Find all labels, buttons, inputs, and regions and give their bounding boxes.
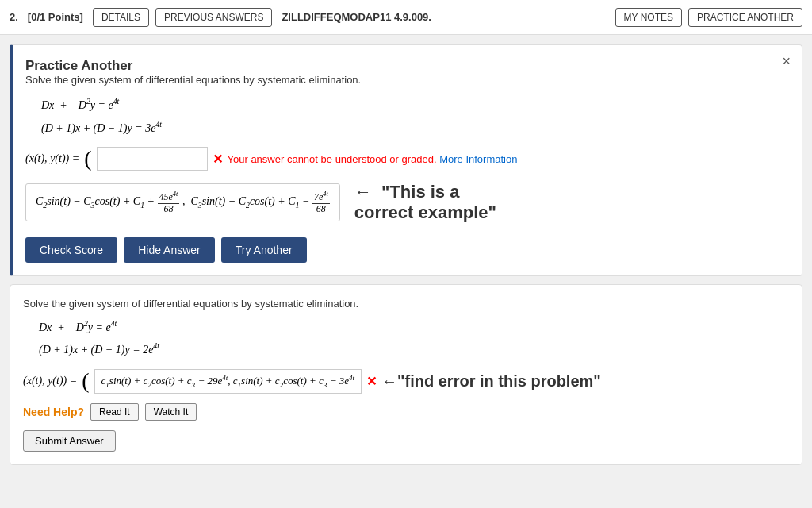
answer-input[interactable] xyxy=(97,147,208,171)
lower-equations: Dx + D2y = e4t (D + 1)x + (D − 1)y = 2e4… xyxy=(39,316,789,361)
correct-example-row: C2sin(t) − C3cos(t) + C1 + 45e4t 68 , C3… xyxy=(25,179,789,225)
panel-title: Practice Another xyxy=(25,58,132,73)
previous-answers-button[interactable]: PREVIOUS ANSWERS xyxy=(155,8,272,27)
fraction2: 7e4t 68 xyxy=(312,190,330,214)
eq1-line1: Dx + D2y = e4t xyxy=(41,94,789,117)
check-score-button[interactable]: Check Score xyxy=(25,237,117,263)
try-another-button[interactable]: Try Another xyxy=(221,237,307,263)
practice-another-button[interactable]: PRACTICE ANOTHER xyxy=(688,8,802,27)
more-info-link[interactable]: More Information xyxy=(439,153,517,165)
lower-answer-row: (x(t), y(t)) = ( c1sin(t) + c2cos(t) + c… xyxy=(23,369,789,394)
error-message: Your answer cannot be understood or grad… xyxy=(228,153,518,165)
hide-answer-button[interactable]: Hide Answer xyxy=(124,237,215,263)
submit-button[interactable]: Submit Answer xyxy=(23,430,116,452)
lower-answer-label: (x(t), y(t)) = xyxy=(23,375,77,387)
lower-answer-value: c1sin(t) + c2cos(t) + c3 − 29e4t, c1sin(… xyxy=(94,369,362,394)
answer-row: (x(t), y(t)) = ( ✕ Your answer cannot be… xyxy=(25,147,789,171)
eq2-line2: (D + 1)x + (D − 1)y = 2e4t xyxy=(39,338,789,361)
lower-open-paren: ( xyxy=(82,370,89,392)
action-buttons: Check Score Hide Answer Try Another xyxy=(25,237,789,263)
practice-panel: Practice Another × Solve the given syste… xyxy=(10,44,802,276)
lower-panel: Solve the given system of differential e… xyxy=(10,284,802,465)
read-it-button[interactable]: Read It xyxy=(90,403,139,421)
need-help-label: Need Help? xyxy=(23,406,84,418)
lower-error-x-icon: ✕ xyxy=(366,374,377,389)
lower-instruction: Solve the given system of differential e… xyxy=(23,298,789,310)
eq2-line1: Dx + D2y = e4t xyxy=(39,316,789,339)
top-bar-right-buttons: MY NOTES PRACTICE ANOTHER xyxy=(615,8,802,27)
eq1-line2: (D + 1)x + (D − 1)y = 3e4t xyxy=(41,117,789,140)
lower-annotation: ←"find error in this problem" xyxy=(381,372,601,391)
correct-annotation: ← "This is acorrect example" xyxy=(354,182,496,223)
top-bar: 2. [0/1 Points] DETAILS PREVIOUS ANSWERS… xyxy=(0,0,812,35)
problem-number: 2. xyxy=(10,11,18,23)
practice-instruction: Solve the given system of differential e… xyxy=(25,74,789,86)
need-help-row: Need Help? Read It Watch It xyxy=(23,403,789,421)
practice-equations: Dx + D2y = e4t (D + 1)x + (D − 1)y = 3e4… xyxy=(41,94,789,139)
error-x-icon: ✕ xyxy=(213,152,223,167)
watch-it-button[interactable]: Watch It xyxy=(145,403,197,421)
correct-example-box: C2sin(t) − C3cos(t) + C1 + 45e4t 68 , C3… xyxy=(25,183,340,221)
details-button[interactable]: DETAILS xyxy=(93,8,149,27)
fraction1: 45e4t 68 xyxy=(158,190,180,214)
close-button[interactable]: × xyxy=(782,53,791,70)
open-paren: ( xyxy=(84,148,91,170)
main-content: Practice Another × Solve the given syste… xyxy=(0,35,812,508)
points-label: [0/1 Points] xyxy=(28,11,83,23)
my-notes-button[interactable]: MY NOTES xyxy=(615,8,682,27)
answer-label: (x(t), y(t)) = xyxy=(25,152,79,165)
problem-id: ZILLDIFFEQMODAP11 4.9.009. xyxy=(282,11,608,23)
